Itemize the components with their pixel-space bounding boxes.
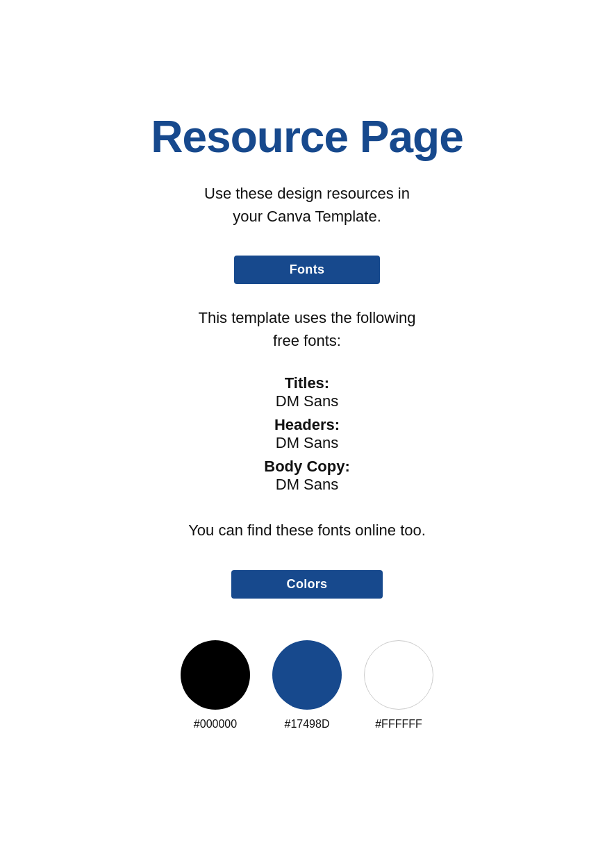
color-item-black: #000000 — [181, 640, 250, 731]
titles-label: Titles: — [264, 374, 349, 392]
color-hex-black: #000000 — [194, 718, 237, 731]
color-swatches: #000000 #17498D #FFFFFF — [181, 640, 433, 731]
body-copy-font: DM Sans — [264, 476, 349, 494]
fonts-intro: This template uses the following free fo… — [198, 306, 415, 352]
colors-badge: Colors — [231, 570, 383, 599]
color-item-white: #FFFFFF — [364, 640, 433, 731]
titles-font: DM Sans — [264, 392, 349, 410]
fonts-note: You can find these fonts online too. — [188, 521, 426, 540]
fonts-intro-line2: free fonts: — [273, 332, 341, 349]
color-circle-blue — [272, 640, 342, 710]
headers-label: Headers: — [264, 416, 349, 434]
page-title: Resource Page — [151, 111, 463, 162]
body-copy-label: Body Copy: — [264, 458, 349, 476]
fonts-list: Titles: DM Sans Headers: DM Sans Body Co… — [264, 369, 349, 496]
color-circle-white — [364, 640, 433, 710]
subtitle-line1: Use these design resources in — [204, 185, 410, 202]
color-hex-white: #FFFFFF — [375, 718, 422, 731]
color-circle-black — [181, 640, 250, 710]
fonts-intro-line1: This template uses the following — [198, 309, 415, 326]
headers-font: DM Sans — [264, 434, 349, 452]
color-hex-blue: #17498D — [285, 718, 330, 731]
fonts-badge: Fonts — [234, 256, 381, 284]
subtitle-line2: your Canva Template. — [233, 208, 381, 225]
colors-section: Colors #000000 #17498D #FFFFFF — [28, 570, 586, 731]
subtitle: Use these design resources in your Canva… — [204, 182, 410, 228]
color-item-blue: #17498D — [272, 640, 342, 731]
